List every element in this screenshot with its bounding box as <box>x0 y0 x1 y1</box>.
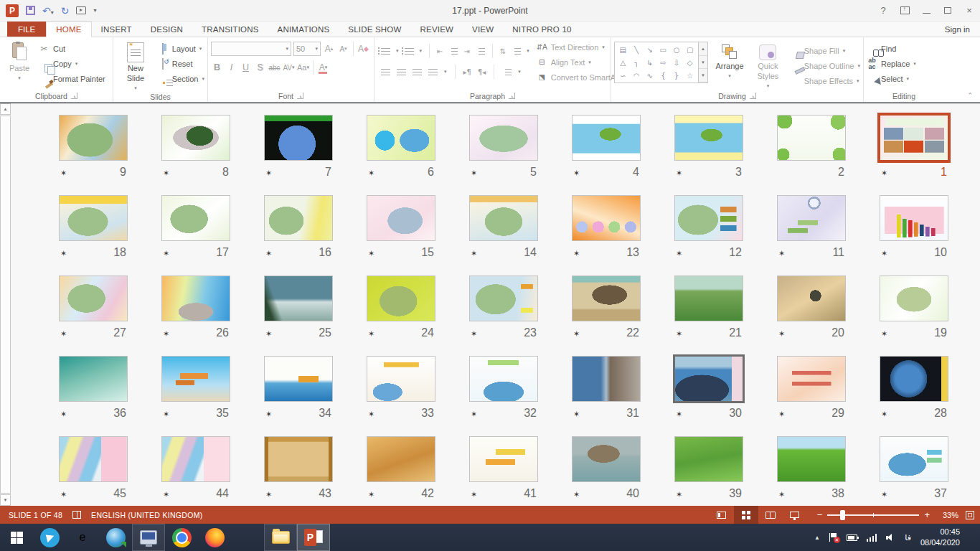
zoom-slider[interactable] <box>827 514 919 516</box>
slide-thumbnail-34[interactable] <box>264 356 333 402</box>
shape-option-14[interactable]: ◠ <box>633 72 640 80</box>
shape-outline-button[interactable]: Shape Outline▾ <box>790 60 860 72</box>
slide-thumbnail-23[interactable] <box>469 276 538 321</box>
taskbar-internet-explorer-icon[interactable]: e <box>66 524 99 551</box>
shape-option-12[interactable]: ◇ <box>687 59 693 67</box>
tab-animations[interactable]: ANIMATIONS <box>268 22 339 37</box>
align-left-icon[interactable] <box>381 68 390 76</box>
slide-thumbnail-22[interactable] <box>572 276 641 321</box>
transition-star-icon[interactable]: ✶ <box>265 329 272 339</box>
paste-button[interactable]: Paste▾ <box>3 39 36 83</box>
redo-icon[interactable]: ↻ <box>61 6 70 16</box>
slide-thumbnail-15[interactable] <box>367 195 435 241</box>
tab-review[interactable]: REVIEW <box>411 22 463 37</box>
slide-thumbnail-9[interactable] <box>59 115 128 161</box>
transition-star-icon[interactable]: ✶ <box>573 169 580 178</box>
transition-star-icon[interactable]: ✶ <box>60 169 67 178</box>
battery-icon[interactable] <box>847 534 857 541</box>
transition-star-icon[interactable]: ✶ <box>471 410 477 419</box>
shape-fill-button[interactable]: Shape Fill▾ <box>790 44 860 57</box>
decrease-indent-icon[interactable]: ⇤ <box>437 47 443 55</box>
transition-star-icon[interactable]: ✶ <box>163 490 169 499</box>
minimize-button[interactable] <box>915 0 937 21</box>
slide-show-button[interactable] <box>783 506 807 524</box>
slide-thumbnail-44[interactable] <box>161 436 230 482</box>
transition-star-icon[interactable]: ✶ <box>471 490 477 499</box>
taskbar-remote-keyboard-icon[interactable] <box>132 524 165 551</box>
taskbar-powerpoint-icon[interactable]: P <box>297 524 330 551</box>
transition-star-icon[interactable]: ✶ <box>676 490 682 499</box>
shape-option-5[interactable]: ○ <box>674 46 680 54</box>
transition-star-icon[interactable]: ✶ <box>471 329 477 339</box>
transition-star-icon[interactable]: ✶ <box>368 329 374 339</box>
tab-view[interactable]: VIEW <box>463 22 503 37</box>
slide-thumbnail-7[interactable] <box>264 115 333 161</box>
character-spacing-button[interactable]: AV▾ <box>283 61 295 75</box>
taskbar-firefox-icon[interactable] <box>198 524 231 551</box>
transition-star-icon[interactable]: ✶ <box>265 410 272 419</box>
select-button[interactable]: Select▾ <box>867 72 916 85</box>
normal-view-button[interactable] <box>710 506 734 524</box>
network-signal-icon[interactable] <box>867 534 877 542</box>
transition-star-icon[interactable]: ✶ <box>60 329 67 339</box>
cut-button[interactable]: ✂Cut <box>39 42 105 55</box>
start-button[interactable] <box>0 524 33 551</box>
transition-star-icon[interactable]: ✶ <box>368 249 374 258</box>
slide-thumbnail-2[interactable] <box>777 115 846 161</box>
slide-thumbnail-45[interactable] <box>59 436 128 482</box>
shape-option-10[interactable]: ⇨ <box>660 59 666 67</box>
transition-star-icon[interactable]: ✶ <box>163 169 169 178</box>
taskbar-file-explorer-icon[interactable] <box>264 524 297 551</box>
italic-button[interactable]: I <box>225 61 237 75</box>
zoom-out-button[interactable]: − <box>817 510 823 519</box>
taskbar-clock[interactable]: 00:45 08/04/2020 <box>920 527 960 548</box>
transition-star-icon[interactable]: ✶ <box>163 410 169 419</box>
slide-thumbnail-5[interactable] <box>469 115 538 161</box>
slide-thumbnail-32[interactable] <box>469 356 538 402</box>
reset-button[interactable]: Reset <box>158 57 204 70</box>
vertical-scrollbar[interactable]: ▲ ▼ <box>0 103 11 506</box>
help-button[interactable]: ? <box>872 0 894 21</box>
bold-button[interactable]: B <box>211 61 223 75</box>
font-dialog-launcher-icon[interactable] <box>297 93 303 99</box>
transition-star-icon[interactable]: ✶ <box>60 410 67 419</box>
slide-thumbnail-36[interactable] <box>59 356 128 402</box>
transition-star-icon[interactable]: ✶ <box>881 329 887 339</box>
clear-formatting-button[interactable]: A◆ <box>357 42 369 56</box>
shape-option-3[interactable]: ↘ <box>646 46 652 54</box>
zoom-in-button[interactable]: + <box>924 510 930 519</box>
slide-thumbnail-33[interactable] <box>367 356 435 402</box>
transition-star-icon[interactable]: ✶ <box>881 249 887 258</box>
new-slide-button[interactable]: New Slide▾ <box>116 39 155 93</box>
shape-option-7[interactable]: △ <box>620 59 626 67</box>
line-spacing-icon[interactable]: ⇅ <box>500 47 506 55</box>
taskbar-telegram-icon[interactable] <box>33 524 66 551</box>
slide-thumbnail-35[interactable] <box>161 356 230 402</box>
undo-icon[interactable]: ↶▾ <box>42 6 54 16</box>
shapes-gallery[interactable]: ▤╲↘▭○▢△┐↳⇨⇩◇∽◠∿{}☆ <box>614 42 699 83</box>
bullets-icon[interactable] <box>381 47 390 55</box>
reading-view-button[interactable] <box>758 506 783 524</box>
transition-star-icon[interactable]: ✶ <box>778 329 785 339</box>
transition-star-icon[interactable]: ✶ <box>573 249 580 258</box>
slide-thumbnail-19[interactable] <box>880 276 948 321</box>
shape-option-13[interactable]: ∽ <box>620 72 626 80</box>
section-button[interactable]: Section▾ <box>158 72 204 85</box>
ribbon-display-options-button[interactable] <box>894 0 915 21</box>
transition-star-icon[interactable]: ✶ <box>60 249 67 258</box>
slide-thumbnail-6[interactable] <box>367 115 435 161</box>
slide-thumbnail-30[interactable] <box>674 356 743 402</box>
collapse-ribbon-icon[interactable]: ⌃ <box>967 92 973 99</box>
slide-thumbnail-26[interactable] <box>161 276 230 321</box>
sign-in-link[interactable]: Sign in <box>945 22 980 37</box>
tab-nitro-pro-10[interactable]: NITRO PRO 10 <box>503 22 580 37</box>
slide-thumbnail-10[interactable] <box>880 195 948 241</box>
increase-indent-icon[interactable]: ⇥ <box>463 47 469 55</box>
find-button[interactable]: Find <box>867 42 916 55</box>
transition-star-icon[interactable]: ✶ <box>778 490 785 499</box>
taskbar-idm-icon[interactable] <box>99 524 132 551</box>
slide-thumbnail-11[interactable] <box>777 195 846 241</box>
slide-thumbnail-24[interactable] <box>367 276 435 321</box>
shape-option-15[interactable]: ∿ <box>646 72 652 80</box>
taskbar-chrome-icon[interactable] <box>165 524 198 551</box>
